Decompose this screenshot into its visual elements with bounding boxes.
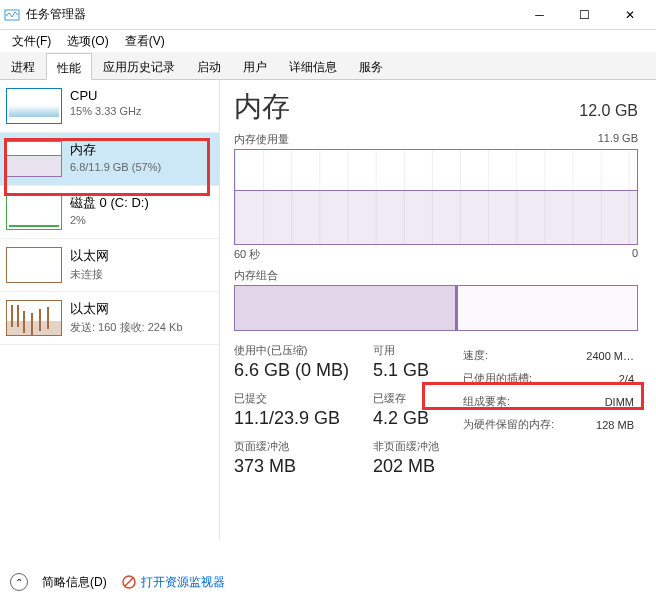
stat-cached: 已缓存4.2 GB [373,391,439,429]
tabs: 进程 性能 应用历史记录 启动 用户 详细信息 服务 [0,52,656,80]
tab-users[interactable]: 用户 [232,52,278,79]
info-slots-value: 2/4 [575,368,636,389]
sidebar-disk-sub: 2% [70,214,149,226]
stat-available: 可用5.1 GB [373,343,439,381]
sidebar-item-cpu[interactable]: CPU15% 3.33 GHz [0,80,219,133]
sidebar-disk-title: 磁盘 0 (C: D:) [70,194,149,212]
memory-thumb-icon [6,141,62,177]
titlebar: 任务管理器 ─ ☐ ✕ [0,0,656,30]
menubar: 文件(F) 选项(O) 查看(V) [0,30,656,52]
menu-view[interactable]: 查看(V) [119,31,171,52]
maximize-button[interactable]: ☐ [562,0,607,30]
tab-startup[interactable]: 启动 [186,52,232,79]
sidebar-cpu-title: CPU [70,88,142,103]
tab-processes[interactable]: 进程 [0,52,46,79]
cpu-thumb-icon [6,88,62,124]
ethernet-thumb-icon [6,247,62,283]
stat-paged: 页面缓冲池373 MB [234,439,349,477]
tab-app-history[interactable]: 应用历史记录 [92,52,186,79]
close-button[interactable]: ✕ [607,0,652,30]
window-title: 任务管理器 [26,6,86,23]
info-table: 速度:2400 M… 已使用的插槽:2/4 组成要素:DIMM 为硬件保留的内存… [459,343,638,477]
menu-options[interactable]: 选项(O) [61,31,114,52]
stats: 使用中(已压缩)6.6 GB (0 MB) 可用5.1 GB 已提交11.1/2… [234,343,638,477]
info-slots-label: 已使用的插槽: [461,368,573,389]
axis-left: 60 秒 [234,247,260,262]
sidebar-item-ethernet-1[interactable]: 以太网未连接 [0,239,219,292]
composition-label: 内存组合 [234,268,278,283]
usage-max: 11.9 GB [598,132,638,147]
app-icon [4,7,20,23]
tab-services[interactable]: 服务 [348,52,394,79]
disk-thumb-icon [6,194,62,230]
footer: ⌃ 简略信息(D) 打开资源监视器 [10,573,225,591]
tab-details[interactable]: 详细信息 [278,52,348,79]
stat-committed: 已提交11.1/23.9 GB [234,391,349,429]
content: CPU15% 3.33 GHz 内存6.8/11.9 GB (57%) 磁盘 0… [0,80,656,540]
info-reserved-label: 为硬件保留的内存: [461,414,573,435]
sidebar-mem-title: 内存 [70,141,161,159]
tab-performance[interactable]: 性能 [46,53,92,80]
info-form-label: 组成要素: [461,391,573,412]
sidebar-cpu-sub: 15% 3.33 GHz [70,105,142,117]
resource-monitor-icon [121,574,137,590]
sidebar-eth1-title: 以太网 [70,247,109,265]
sidebar-mem-sub: 6.8/11.9 GB (57%) [70,161,161,173]
total-memory: 12.0 GB [579,102,638,120]
sidebar-item-memory[interactable]: 内存6.8/11.9 GB (57%) [0,133,219,186]
sidebar-eth2-sub: 发送: 160 接收: 224 Kb [70,320,183,335]
sidebar: CPU15% 3.33 GHz 内存6.8/11.9 GB (57%) 磁盘 0… [0,80,220,540]
main-panel: 内存 12.0 GB 内存使用量 11.9 GB 60 秒 0 内存组合 使用中… [220,80,656,540]
usage-label: 内存使用量 [234,132,289,147]
ethernet-thumb-icon [6,300,62,336]
sidebar-eth1-sub: 未连接 [70,267,109,282]
sidebar-item-ethernet-2[interactable]: 以太网发送: 160 接收: 224 Kb [0,292,219,345]
sidebar-eth2-title: 以太网 [70,300,183,318]
stat-nonpaged: 非页面缓冲池202 MB [373,439,439,477]
minimize-button[interactable]: ─ [517,0,562,30]
svg-line-2 [125,578,133,586]
axis-right: 0 [632,247,638,262]
memory-composition-chart [234,285,638,331]
stat-in-use: 使用中(已压缩)6.6 GB (0 MB) [234,343,349,381]
info-speed-label: 速度: [461,345,573,366]
brief-info-link[interactable]: 简略信息(D) [42,574,107,591]
open-resource-monitor-link[interactable]: 打开资源监视器 [141,574,225,591]
page-title: 内存 [234,88,290,126]
memory-usage-chart [234,149,638,245]
info-reserved-value: 128 MB [575,414,636,435]
menu-file[interactable]: 文件(F) [6,31,57,52]
info-speed-value: 2400 M… [575,345,636,366]
info-form-value: DIMM [575,391,636,412]
sidebar-item-disk[interactable]: 磁盘 0 (C: D:)2% [0,186,219,239]
chevron-up-icon[interactable]: ⌃ [10,573,28,591]
